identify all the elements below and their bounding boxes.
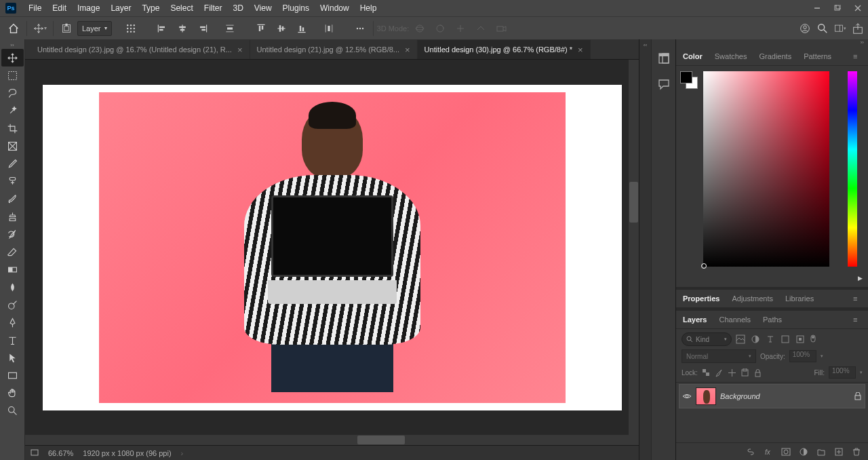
menu-edit[interactable]: Edit xyxy=(47,0,72,16)
history-panel-icon[interactable] xyxy=(657,52,671,65)
opacity-input[interactable]: 100% xyxy=(789,350,816,362)
auto-select-dropdown[interactable]: Layer▾ xyxy=(77,21,112,36)
search-icon[interactable] xyxy=(816,22,829,35)
lock-icon[interactable] xyxy=(854,392,862,400)
menu-plugins[interactable]: Plugins xyxy=(277,0,315,16)
menu-window[interactable]: Window xyxy=(315,0,355,16)
blur-tool[interactable] xyxy=(1,278,24,296)
zoom-tool[interactable] xyxy=(1,402,24,419)
tab-paths[interactable]: Paths xyxy=(762,311,783,328)
menu-view[interactable]: View xyxy=(249,0,277,16)
magic-wand-tool[interactable] xyxy=(1,102,24,119)
layer-row[interactable]: Background xyxy=(679,384,865,408)
brush-tool[interactable] xyxy=(1,190,24,208)
minimize-button[interactable] xyxy=(807,0,827,16)
share-icon[interactable] xyxy=(852,22,864,35)
cloud-docs-icon[interactable] xyxy=(799,22,811,35)
close-tab-icon[interactable]: × xyxy=(405,45,410,55)
tab-adjustments[interactable]: Adjustments xyxy=(730,290,774,307)
path-selection-tool[interactable] xyxy=(1,349,24,366)
auto-select-icon[interactable] xyxy=(57,19,76,38)
layer-style-icon[interactable]: fx xyxy=(764,447,773,457)
close-tab-icon[interactable]: × xyxy=(578,45,583,55)
status-more-icon[interactable]: › xyxy=(181,449,184,457)
layer-filter-dropdown[interactable]: Kind ▾ xyxy=(682,332,732,346)
comments-panel-icon[interactable] xyxy=(657,77,671,91)
zoom-level[interactable]: 66.67% xyxy=(48,449,73,457)
link-layers-icon[interactable] xyxy=(746,447,755,457)
workspace-icon[interactable]: ▾ xyxy=(834,22,846,35)
document-tab[interactable]: Untitled design (23).jpg @ 16.7% (Untitl… xyxy=(31,40,250,59)
menu-filter[interactable]: Filter xyxy=(199,0,228,16)
doc-info[interactable]: 1920 px x 1080 px (96 ppi) xyxy=(83,449,171,457)
screen-mode-icon[interactable] xyxy=(31,449,39,457)
lasso-tool[interactable] xyxy=(1,84,24,102)
menu-3d[interactable]: 3D xyxy=(227,0,248,16)
filter-pixel-icon[interactable] xyxy=(736,334,745,344)
hue-slider[interactable] xyxy=(848,71,857,267)
adjustment-layer-icon[interactable] xyxy=(799,447,808,457)
eraser-tool[interactable] xyxy=(1,243,24,261)
pen-tool[interactable] xyxy=(1,313,24,331)
tab-properties[interactable]: Properties xyxy=(682,290,721,307)
align-h-center-icon[interactable] xyxy=(173,19,192,38)
tab-color[interactable]: Color xyxy=(682,48,704,64)
new-layer-icon[interactable] xyxy=(834,447,844,457)
marquee-tool[interactable] xyxy=(1,66,24,84)
distribute-h-icon[interactable] xyxy=(319,19,338,38)
layers-panel-menu-icon[interactable]: ≡ xyxy=(853,315,863,324)
layer-name[interactable]: Background xyxy=(720,392,760,400)
canvas[interactable] xyxy=(43,85,622,410)
lock-position-icon[interactable] xyxy=(728,368,736,377)
history-brush-tool[interactable] xyxy=(1,225,24,243)
panels-collapse-icon[interactable]: ›› xyxy=(676,39,868,47)
tab-patterns[interactable]: Patterns xyxy=(802,48,833,64)
filter-shape-icon[interactable] xyxy=(781,334,790,344)
menu-select[interactable]: Select xyxy=(165,0,198,16)
document-tab[interactable]: Untitled design (21).jpg @ 12.5% (RGB/8.… xyxy=(250,40,418,59)
layer-mask-icon[interactable] xyxy=(781,447,791,457)
color-panel-menu-icon[interactable]: ≡ xyxy=(853,52,863,60)
rectangle-tool[interactable] xyxy=(1,366,24,384)
tab-gradients[interactable]: Gradients xyxy=(757,48,793,64)
close-button[interactable] xyxy=(848,0,868,16)
home-button[interactable] xyxy=(4,19,23,38)
frame-tool[interactable] xyxy=(1,137,24,155)
healing-brush-tool[interactable] xyxy=(1,172,24,190)
gradient-tool[interactable] xyxy=(1,261,24,278)
delete-layer-icon[interactable] xyxy=(852,447,861,457)
menu-file[interactable]: File xyxy=(23,0,47,16)
menu-help[interactable]: Help xyxy=(355,0,382,16)
align-right-icon[interactable] xyxy=(193,19,212,38)
foreground-color-swatch[interactable] xyxy=(680,71,692,83)
align-bottom-icon[interactable] xyxy=(292,19,311,38)
filter-type-icon[interactable] xyxy=(766,334,775,344)
close-tab-icon[interactable]: × xyxy=(237,45,243,55)
type-tool[interactable] xyxy=(1,331,24,349)
menu-image[interactable]: Image xyxy=(72,0,105,16)
maximize-button[interactable] xyxy=(827,0,848,16)
menu-layer[interactable]: Layer xyxy=(105,0,136,16)
visibility-icon[interactable] xyxy=(682,391,692,401)
dodge-tool[interactable] xyxy=(1,296,24,313)
menu-type[interactable]: Type xyxy=(136,0,165,16)
clone-stamp-tool[interactable] xyxy=(1,208,24,225)
group-layers-icon[interactable] xyxy=(816,447,826,457)
filter-adjustment-icon[interactable] xyxy=(751,334,760,344)
transform-controls-icon[interactable] xyxy=(121,19,140,38)
align-top-icon[interactable] xyxy=(252,19,271,38)
tab-layers[interactable]: Layers xyxy=(682,311,708,328)
vertical-scrollbar[interactable] xyxy=(629,60,639,435)
lock-image-icon[interactable] xyxy=(715,368,724,377)
lock-artboard-icon[interactable] xyxy=(741,368,749,377)
align-left-icon[interactable] xyxy=(153,19,172,38)
canvas-area[interactable] xyxy=(25,60,639,435)
filter-toggle-icon[interactable] xyxy=(810,334,816,343)
eyedropper-tool[interactable] xyxy=(1,155,24,172)
more-options-icon[interactable] xyxy=(351,19,370,38)
move-tool-icon[interactable]: ▾ xyxy=(31,19,50,38)
color-field[interactable] xyxy=(703,71,829,267)
toolbar-expand-icon[interactable]: ›› xyxy=(0,42,24,49)
lock-all-icon[interactable] xyxy=(753,368,762,377)
layer-thumbnail[interactable] xyxy=(696,387,716,405)
